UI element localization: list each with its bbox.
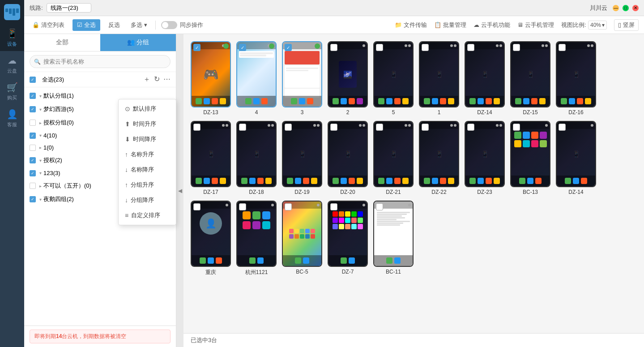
clear-list-button[interactable]: 🔒 清空列表 xyxy=(30,19,67,31)
group-checkbox-5[interactable] xyxy=(30,145,36,151)
minimize-button[interactable]: — xyxy=(613,5,619,11)
device-screen-chongqing[interactable]: 👤 xyxy=(191,201,231,267)
sync-toggle-switch[interactable] xyxy=(161,21,177,29)
device-screen-bc11[interactable] xyxy=(373,201,414,267)
device-card-dz14-r2[interactable]: 📱 DZ-14 xyxy=(556,121,596,195)
device-checkbox-5[interactable] xyxy=(376,44,383,51)
device-checkbox-bc11[interactable] xyxy=(376,203,383,210)
sort-name-desc[interactable]: ↓ 名称降序 xyxy=(119,162,176,177)
add-group-button[interactable]: ＋ xyxy=(143,75,150,84)
device-checkbox-3[interactable]: ✓ xyxy=(285,44,292,51)
device-card-dz16[interactable]: 📱 xyxy=(556,41,596,116)
device-checkbox-bc5[interactable] xyxy=(285,203,292,210)
device-card-5[interactable]: 📱 xyxy=(373,41,414,116)
device-card-1[interactable]: 📱 xyxy=(419,41,459,116)
device-checkbox-dz19[interactable] xyxy=(285,124,292,131)
sidebar-item-shop[interactable]: 🛒 购买 xyxy=(0,78,24,105)
device-checkbox-dz16[interactable] xyxy=(559,44,566,51)
sort-default[interactable]: ⊙ 默认排序 xyxy=(119,101,176,116)
cloud-manage-button[interactable]: 🖥 云手机管理 xyxy=(517,21,554,29)
refresh-button[interactable]: ↻ xyxy=(154,75,160,84)
device-screen-4[interactable]: ✓ xyxy=(236,41,277,107)
group-checkbox-8[interactable] xyxy=(30,183,36,189)
device-card-2[interactable]: 🌌 2 xyxy=(328,41,368,116)
device-screen-hangzhou[interactable] xyxy=(236,201,277,267)
deselect-button[interactable]: 反选 xyxy=(106,19,123,31)
device-card-bc13[interactable]: BC-13 xyxy=(510,121,550,195)
close-button[interactable]: ✕ xyxy=(632,5,639,11)
device-screen-2[interactable]: 🌌 xyxy=(328,41,368,107)
device-checkbox-4[interactable]: ✓ xyxy=(239,44,246,51)
device-card-dz22[interactable]: 📱 xyxy=(419,121,459,195)
sidebar-item-service[interactable]: 👤 客服 xyxy=(0,105,24,132)
device-card-dz21[interactable]: 📱 xyxy=(373,121,414,195)
device-screen-dz14-r2[interactable]: 📱 xyxy=(556,121,596,187)
sort-time-desc[interactable]: ⬇ 时间降序 xyxy=(119,132,176,147)
line-select[interactable]: 线路一(23) xyxy=(47,3,91,13)
sort-group-desc[interactable]: ↓ 分组降序 xyxy=(119,193,176,208)
file-transfer-button[interactable]: 📁 文件传输 xyxy=(395,21,427,29)
device-card-bc5[interactable]: BC-5 xyxy=(282,201,322,276)
group-checkbox-6[interactable]: ✓ xyxy=(30,157,36,163)
collapse-panel-button[interactable]: ◀ xyxy=(176,34,183,347)
device-screen-bc13[interactable] xyxy=(510,121,550,187)
multi-select-button[interactable]: 多选 ▾ xyxy=(128,19,150,31)
device-card-dz7[interactable]: DZ-7 xyxy=(328,201,368,276)
device-screen-dz21[interactable]: 📱 xyxy=(373,121,414,187)
device-card-hangzhou[interactable]: 杭州1121 xyxy=(236,201,277,276)
device-checkbox-dz18[interactable] xyxy=(239,124,246,131)
device-checkbox-dz17[interactable] xyxy=(193,124,200,131)
device-card-4[interactable]: ✓ xyxy=(236,41,277,116)
device-checkbox-dz13[interactable]: ✓ xyxy=(193,44,200,51)
tab-group[interactable]: 👥 分组 xyxy=(100,34,176,51)
device-card-dz20[interactable]: 📱 xyxy=(328,121,368,195)
device-screen-dz19[interactable]: 📱 xyxy=(282,121,322,187)
device-card-dz17[interactable]: 📱 xyxy=(191,121,231,195)
group-checkbox-3[interactable] xyxy=(30,120,36,126)
device-checkbox-dz22[interactable] xyxy=(422,124,429,131)
device-checkbox-hangzhou[interactable] xyxy=(239,203,246,210)
sort-custom[interactable]: ≡ 自定义排序 xyxy=(119,208,176,223)
device-checkbox-dz15[interactable] xyxy=(513,44,520,51)
device-card-dz14-r1[interactable]: 📱 xyxy=(465,41,505,116)
sort-time-asc[interactable]: ⬆ 时间升序 xyxy=(119,116,176,132)
maximize-button[interactable]: □ xyxy=(623,5,629,11)
cloud-func-button[interactable]: ☁ 云手机功能 xyxy=(473,21,510,29)
device-checkbox-dz14-r1[interactable] xyxy=(467,44,474,51)
device-screen-dz18[interactable]: 📱 xyxy=(236,121,277,187)
device-screen-dz13[interactable]: ✓ 🎮 xyxy=(191,41,231,107)
device-screen-dz16[interactable]: 📱 xyxy=(556,41,596,107)
more-button[interactable]: ⋯ xyxy=(163,75,171,84)
group-checkbox-1[interactable]: ✓ xyxy=(30,93,36,99)
device-card-chongqing[interactable]: 👤 重庆 xyxy=(191,201,231,276)
device-card-dz15[interactable]: 📱 xyxy=(510,41,550,116)
device-checkbox-dz20[interactable] xyxy=(330,124,337,131)
device-screen-1[interactable]: 📱 xyxy=(419,41,459,107)
device-card-dz13[interactable]: ✓ 🎮 xyxy=(191,41,231,116)
device-checkbox-chongqing[interactable] xyxy=(193,203,200,210)
device-screen-5[interactable]: 📱 xyxy=(373,41,414,107)
search-input[interactable] xyxy=(30,55,171,68)
group-checkbox-9[interactable]: ✓ xyxy=(30,196,36,202)
tab-all[interactable]: 全部 xyxy=(24,34,100,51)
device-card-dz19[interactable]: 📱 xyxy=(282,121,322,195)
device-checkbox-dz7[interactable] xyxy=(330,203,337,210)
device-screen-3[interactable]: ✓ xyxy=(282,41,322,107)
device-screen-dz20[interactable]: 📱 xyxy=(328,121,368,187)
batch-manage-button[interactable]: 📋 批量管理 xyxy=(434,21,466,29)
device-card-bc11[interactable]: BC-11 xyxy=(373,201,414,276)
view-ratio-dropdown[interactable]: 40% ▾ xyxy=(588,21,607,30)
select-all-checkbox[interactable]: ✓ xyxy=(30,77,36,83)
device-card-dz23[interactable]: 📱 xyxy=(465,121,505,195)
sort-name-asc[interactable]: ↑ 名称升序 xyxy=(119,147,176,162)
device-screen-dz22[interactable]: 📱 xyxy=(419,121,459,187)
device-checkbox-dz23[interactable] xyxy=(467,124,474,131)
device-screen-bc5[interactable] xyxy=(282,201,322,267)
sidebar-item-device[interactable]: 📱 设备 xyxy=(0,24,24,51)
device-card-dz18[interactable]: 📱 xyxy=(236,121,277,195)
sort-group-asc[interactable]: ↑ 分组升序 xyxy=(119,177,176,193)
device-screen-dz7[interactable] xyxy=(328,201,368,267)
device-card-3[interactable]: ✓ xyxy=(282,41,322,116)
device-checkbox-bc13[interactable] xyxy=(513,124,520,131)
sidebar-item-cloud[interactable]: ☁ 云盘 xyxy=(0,51,24,78)
